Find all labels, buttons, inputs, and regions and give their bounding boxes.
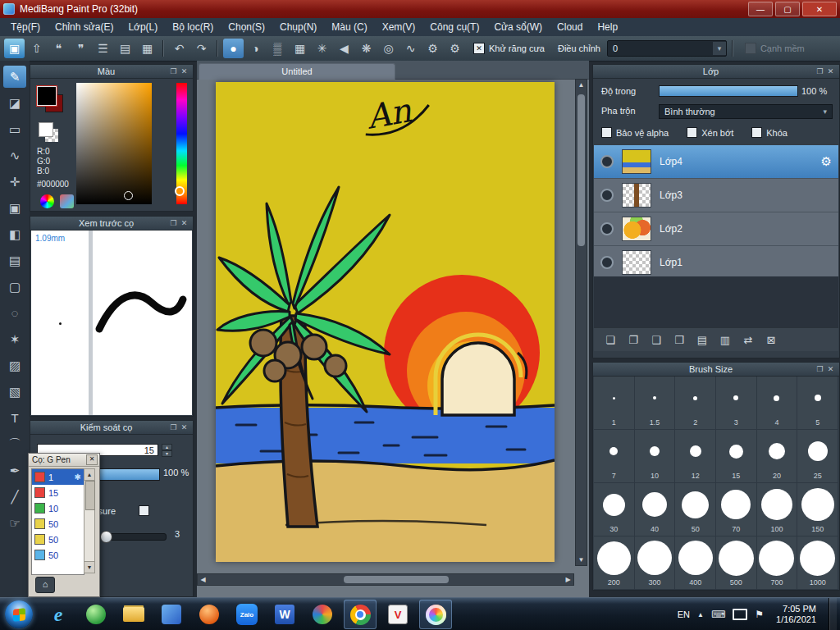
hue-cursor[interactable] bbox=[175, 186, 185, 196]
brush-size-cell[interactable]: 700 bbox=[757, 536, 798, 590]
popout-icon[interactable]: ❐ bbox=[815, 365, 825, 373]
language-indicator[interactable]: EN bbox=[678, 609, 690, 619]
hand-tool[interactable]: ☞ bbox=[3, 512, 26, 534]
layer-option-checkbox[interactable]: Bảo vệ alpha bbox=[601, 127, 669, 138]
pressure-slider-knob[interactable] bbox=[100, 531, 112, 543]
layer-row[interactable]: Lớp2 bbox=[594, 212, 838, 246]
transfer-layer-icon[interactable]: ⇄ bbox=[740, 331, 756, 348]
brush-size-cell[interactable]: 30 bbox=[594, 483, 635, 536]
fill-rect-tool[interactable]: ▣ bbox=[3, 197, 26, 219]
brush-size-cell[interactable]: 1.5 bbox=[635, 377, 676, 430]
brush-size-cell[interactable]: 2 bbox=[675, 377, 716, 430]
foreground-color-swatch[interactable] bbox=[37, 86, 57, 106]
select-eraser-tool[interactable]: ▧ bbox=[3, 381, 26, 403]
menu-item[interactable]: Lớp(L) bbox=[121, 18, 165, 36]
brush-size-cell[interactable]: 5 bbox=[797, 377, 838, 430]
snowflake-icon[interactable]: ❋ bbox=[356, 39, 377, 58]
eyedropper-tool[interactable]: ✒ bbox=[3, 459, 26, 482]
brush-size-cell[interactable]: 20 bbox=[757, 430, 798, 483]
move-tool[interactable]: ✛ bbox=[3, 171, 26, 193]
delete-layer-icon[interactable]: ⊠ bbox=[763, 331, 779, 348]
layer-option-checkbox[interactable]: Xén bớt bbox=[687, 127, 733, 138]
brush-list-item[interactable]: 15 bbox=[32, 485, 84, 500]
vertical-scroll-thumb[interactable] bbox=[578, 94, 585, 246]
text-tool[interactable]: T bbox=[3, 407, 26, 429]
brush-popup-home-button[interactable]: ⌂ bbox=[35, 577, 55, 593]
brush-size-cell[interactable]: 50 bbox=[675, 483, 716, 536]
menu-item[interactable]: Cửa sổ(W) bbox=[486, 18, 550, 36]
brush-size-cell[interactable]: 4 bbox=[757, 377, 798, 430]
menu-item[interactable]: Màu (C) bbox=[324, 18, 374, 36]
brush-size-cell[interactable]: 400 bbox=[675, 536, 716, 590]
canvas-artwork[interactable]: An bbox=[216, 82, 555, 562]
scroll-left-icon[interactable]: ◀ bbox=[198, 574, 208, 585]
saturation-value-picker[interactable] bbox=[76, 83, 152, 204]
export-icon[interactable]: ⇧ bbox=[26, 39, 47, 58]
close-icon[interactable]: ✕ bbox=[86, 454, 98, 465]
show-desktop-button[interactable] bbox=[829, 598, 837, 630]
soft-edge-checkbox[interactable]: Cạnh mềm bbox=[745, 43, 805, 54]
menu-item[interactable]: Chọn(S) bbox=[221, 18, 272, 36]
close-button[interactable]: ✕ bbox=[802, 2, 837, 16]
antialias-checkbox[interactable]: ✕ Khử răng cưa bbox=[473, 43, 545, 54]
layer-visibility-dot[interactable] bbox=[600, 256, 614, 269]
brush-list-item[interactable]: 50 bbox=[32, 532, 84, 547]
pressure-slider[interactable] bbox=[101, 533, 167, 541]
merge-layer-icon[interactable]: ❑ bbox=[648, 331, 664, 348]
settings-gear-icon[interactable]: ⚙ bbox=[445, 39, 465, 58]
blend-mode-dropdown[interactable]: Bình thường ▾ bbox=[659, 104, 833, 119]
add-layer-menu-icon[interactable]: ❒ bbox=[671, 331, 687, 348]
start-button[interactable] bbox=[5, 600, 33, 628]
brush-size-header[interactable]: x Brush Size ❐ ✕ bbox=[593, 363, 839, 377]
brush-size-cell[interactable]: 40 bbox=[635, 483, 676, 536]
concentric-icon[interactable]: ◎ bbox=[378, 39, 399, 58]
brush-size-cell[interactable]: 3 bbox=[716, 377, 757, 430]
taskbar-zalo[interactable]: Zalo bbox=[231, 600, 263, 629]
gradient-circle-icon[interactable]: ◑ bbox=[245, 39, 266, 58]
taskbar-chrome[interactable] bbox=[344, 600, 377, 629]
taskbar-word[interactable]: W bbox=[268, 600, 301, 629]
layer-folder-icon[interactable]: ▤ bbox=[694, 331, 710, 348]
checkbox-box[interactable] bbox=[601, 127, 612, 138]
undo-icon[interactable]: ↶ bbox=[169, 39, 189, 58]
brush-list-item[interactable]: 50 bbox=[32, 516, 84, 532]
menu-item[interactable]: Chỉnh sửa(E) bbox=[48, 18, 121, 36]
brush-size-cell[interactable]: 300 bbox=[635, 536, 676, 590]
taskbar-orange-app[interactable] bbox=[193, 600, 226, 629]
layer-row[interactable]: Lớp1 bbox=[594, 246, 838, 280]
popout-icon[interactable]: ❐ bbox=[815, 67, 825, 75]
scroll-up-icon[interactable]: ▲ bbox=[84, 469, 94, 481]
menu-item[interactable]: Tệp(F) bbox=[3, 18, 48, 36]
popout-icon[interactable]: ❐ bbox=[168, 219, 179, 227]
curve-icon[interactable]: ∿ bbox=[400, 39, 421, 58]
taskbar-colorful-app[interactable] bbox=[419, 600, 452, 629]
layer-row[interactable]: Lớp3 bbox=[594, 179, 838, 212]
pattern-icon[interactable]: ✳ bbox=[312, 39, 332, 58]
scrollbar-thumb[interactable] bbox=[85, 481, 95, 510]
redo-icon[interactable]: ↷ bbox=[191, 39, 212, 58]
checkbox-box[interactable] bbox=[687, 127, 697, 138]
close-icon[interactable]: ✕ bbox=[179, 423, 189, 431]
lasso-tool[interactable]: ⌒ bbox=[3, 433, 26, 455]
maximize-button[interactable]: ▢ bbox=[775, 2, 800, 16]
layer-settings-gear-icon[interactable]: ⚙ bbox=[821, 154, 832, 169]
brush-size-cell[interactable]: 25 bbox=[797, 430, 838, 483]
menu-item[interactable]: Bộ lọc(R) bbox=[165, 18, 221, 36]
soft-edge-checkbox-box[interactable] bbox=[745, 43, 756, 54]
layer-visibility-dot[interactable] bbox=[600, 189, 614, 202]
brush-tool[interactable]: ✎ bbox=[3, 66, 26, 88]
flag-icon[interactable]: ⚑ bbox=[755, 609, 764, 620]
title-bar[interactable]: MediBang Paint Pro (32bit) — ▢ ✕ bbox=[0, 0, 840, 18]
gradient-tool[interactable]: ▤ bbox=[3, 249, 26, 272]
scroll-right-icon[interactable]: ▶ bbox=[563, 574, 573, 585]
brush-size-cell[interactable]: 500 bbox=[716, 536, 757, 590]
keyboard-icon[interactable]: ⌨ bbox=[711, 609, 725, 620]
brush-preview-header[interactable]: x Xem trước cọ ❐ ✕ bbox=[30, 217, 193, 231]
brush-list-item[interactable]: 1✱ bbox=[32, 469, 84, 485]
brush-size-cell[interactable]: 100 bbox=[757, 483, 798, 536]
menu-item[interactable]: Xem(V) bbox=[375, 18, 423, 36]
menu-item[interactable]: Công cụ(T) bbox=[422, 18, 486, 36]
select-rect-tool[interactable]: ▢ bbox=[3, 276, 26, 298]
select-pen-tool[interactable]: ▨ bbox=[3, 354, 26, 377]
taskbar-media-app[interactable] bbox=[155, 600, 188, 629]
